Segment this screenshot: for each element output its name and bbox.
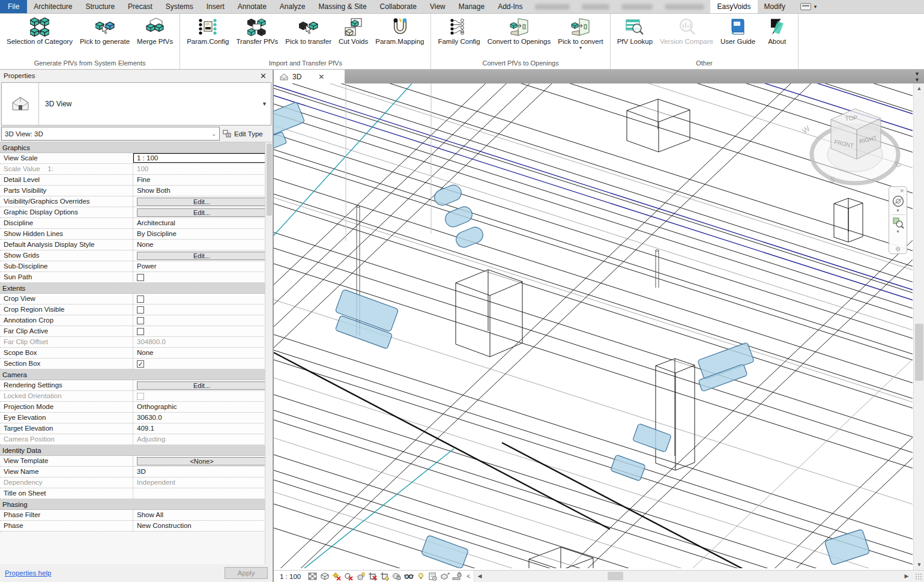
zoom-tool-icon[interactable]	[892, 217, 904, 229]
scrollbar-thumb[interactable]	[267, 144, 272, 216]
reveal-hidden-elements-icon[interactable]	[416, 572, 426, 581]
apply-button[interactable]: Apply	[225, 567, 268, 579]
value-cell[interactable]: None	[133, 348, 273, 358]
selection-of-category-button[interactable]: Selection of Category	[4, 16, 76, 47]
edit-button[interactable]: Edit...	[137, 198, 267, 206]
value-cell[interactable]: Architectural	[133, 218, 273, 228]
edit-button[interactable]: Edit...	[137, 252, 267, 260]
tab-manage[interactable]: Manage	[452, 0, 491, 13]
checkbox[interactable]	[137, 328, 144, 335]
section-header-graphics[interactable]: Graphics⌃	[0, 142, 273, 153]
value-cell[interactable]: Power	[133, 261, 273, 271]
edit-type-button[interactable]: Edit Type	[221, 127, 271, 141]
tab-annotate[interactable]: Annotate	[231, 0, 273, 13]
edit-button[interactable]: Edit...	[137, 381, 267, 390]
scrollbar-thumb[interactable]	[915, 324, 923, 381]
value-cell[interactable]: 304800.0	[133, 337, 273, 347]
locked-3d-view-icon[interactable]	[392, 572, 402, 581]
displacement-sets-icon[interactable]	[440, 572, 450, 581]
convert-to-openings-button[interactable]: Convert to Openings	[485, 16, 554, 47]
value-cell[interactable]: Adjusting	[133, 434, 273, 444]
tab-insert[interactable]: Insert	[200, 0, 231, 13]
value-cell[interactable]	[133, 488, 273, 499]
tab-easyvoids[interactable]: EasyVoids	[710, 0, 757, 13]
tab-precast[interactable]: Precast	[121, 0, 159, 13]
value-cell[interactable]: 30630.0	[133, 413, 273, 423]
scroll-left-icon[interactable]: ◀	[476, 571, 484, 582]
tab-architecture[interactable]: Architecture	[27, 0, 79, 13]
section-header-phasing[interactable]: Phasing⌃	[0, 499, 273, 510]
section-header-extents[interactable]: Extents⌃	[0, 283, 273, 294]
param-config-button[interactable]: </>Param.Config	[184, 16, 232, 47]
temporary-hide-isolate-icon[interactable]	[404, 572, 414, 581]
value-cell[interactable]: 3D	[133, 467, 273, 477]
value-input[interactable]: 1 : 100	[133, 153, 273, 163]
edit-button[interactable]: <None>	[137, 457, 267, 465]
value-cell[interactable]: New Construction	[133, 521, 273, 531]
family-config-button[interactable]: Family Config	[435, 16, 483, 47]
section-header-camera[interactable]: Camera⌃	[0, 369, 273, 380]
value-cell[interactable]: Independent	[133, 477, 273, 488]
value-cell[interactable]: Show All	[133, 510, 273, 520]
temporary-view-properties-icon[interactable]	[428, 572, 438, 581]
value-cell[interactable]: By Discipline	[133, 229, 273, 239]
close-icon[interactable]: ✕	[318, 73, 324, 81]
edit-button[interactable]: Edit...	[137, 208, 267, 217]
rendering-dialog-icon[interactable]	[356, 572, 366, 581]
value-cell[interactable]: Fine	[133, 175, 273, 185]
checkbox[interactable]: ✓	[137, 360, 144, 368]
tab-analyze[interactable]: Analyze	[273, 0, 312, 13]
resize-grip[interactable]	[915, 573, 922, 580]
vertical-scrollbar[interactable]: ▲ ▼	[913, 83, 924, 570]
instance-selector[interactable]: 3D View: 3D ⌄	[1, 127, 220, 141]
pick-to-convert-button[interactable]: Pick to convert▼	[555, 16, 606, 51]
chevron-down-icon[interactable]: ▼	[262, 101, 267, 107]
scroll-right-icon[interactable]: ▶	[902, 571, 911, 582]
cut-voids-button[interactable]: Cut Voids	[336, 16, 371, 47]
scrollbar-thumb[interactable]	[608, 572, 623, 580]
close-icon[interactable]: ✕	[258, 71, 269, 80]
redacted-tab[interactable]	[582, 4, 609, 10]
chevron-down-icon[interactable]: ▼	[896, 229, 900, 234]
pick-to-transfer-button[interactable]: Pick to transfer	[282, 16, 334, 47]
shadows-off-icon[interactable]	[344, 572, 354, 581]
navigation-bar[interactable]: ✕ ▼ ▼ ⊖	[889, 186, 907, 254]
reveal-constraints-icon[interactable]	[452, 572, 462, 581]
chevron-down-icon[interactable]: ▼	[896, 208, 900, 213]
checkbox[interactable]	[137, 296, 144, 303]
merge-pfvs-button[interactable]: Merge PfVs	[134, 16, 176, 47]
steering-wheel-icon[interactable]	[892, 195, 905, 208]
about-button[interactable]: About	[759, 16, 794, 47]
view-tab-3d[interactable]: 3D ✕	[274, 70, 345, 83]
pick-to-generate-button[interactable]: Pick to generate	[77, 16, 133, 47]
user-guide-button[interactable]: User Guide	[717, 16, 758, 47]
ribbon-display-toggle[interactable]: ▼	[800, 3, 818, 10]
tab-systems[interactable]: Systems	[159, 0, 200, 13]
tab-massing-site[interactable]: Massing & Site	[312, 0, 373, 13]
scroll-down-icon[interactable]: ▼	[914, 560, 924, 570]
scroll-left-icon[interactable]: <	[467, 573, 470, 580]
type-selector[interactable]: 3D View ▼	[1, 82, 271, 126]
properties-help-link[interactable]: Properties help	[5, 569, 51, 577]
value-cell[interactable]: 100	[133, 164, 273, 174]
detail-level-icon[interactable]	[308, 572, 318, 581]
visual-style-icon[interactable]	[320, 572, 330, 581]
checkbox[interactable]	[137, 274, 144, 281]
tab-file[interactable]: File	[0, 0, 27, 13]
value-cell[interactable]: Orthographic	[133, 402, 273, 412]
pfv-lookup-button[interactable]: PfV Lookup	[614, 16, 656, 47]
redacted-tab[interactable]	[535, 4, 570, 10]
tab-modify[interactable]: Modify	[758, 0, 792, 13]
tab-list-icon[interactable]: ▼▼	[910, 71, 924, 83]
close-icon[interactable]: ✕	[899, 188, 907, 194]
view-scale-button[interactable]: 1 : 100	[280, 573, 301, 580]
checkbox[interactable]	[137, 317, 144, 324]
value-cell[interactable]: Show Both	[133, 186, 273, 196]
value-cell[interactable]: None	[133, 240, 273, 250]
redacted-tab[interactable]	[621, 4, 653, 10]
horizontal-scrollbar[interactable]: ◀ ▶	[474, 571, 924, 582]
checkbox[interactable]	[137, 393, 144, 400]
checkbox[interactable]	[137, 306, 144, 314]
param-mapping-button[interactable]: Param.Mapping	[372, 16, 427, 47]
redacted-tab[interactable]	[665, 4, 704, 10]
